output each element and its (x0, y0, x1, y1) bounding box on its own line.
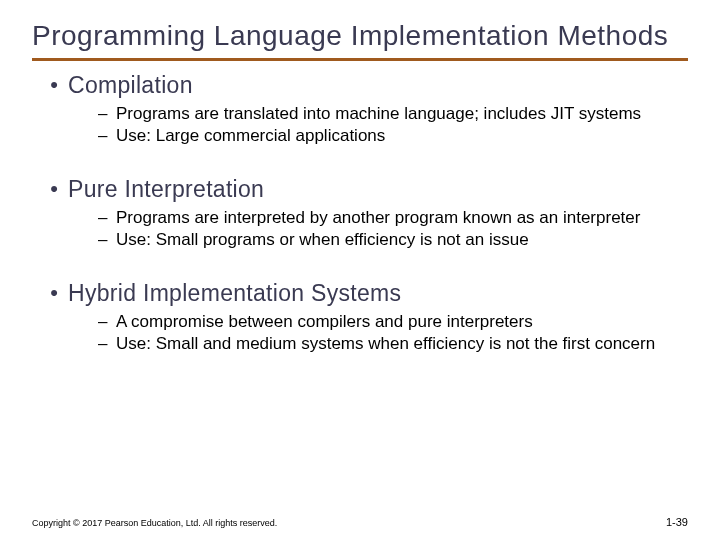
bullet-dot-icon: • (40, 71, 68, 99)
dash-icon: – (98, 125, 116, 147)
bullet-hybrid: • Hybrid Implementation Systems (40, 279, 688, 307)
slide-body: • Compilation – Programs are translated … (32, 71, 688, 355)
sub-bullet-text: Use: Large commercial applications (116, 125, 688, 147)
dash-icon: – (98, 311, 116, 333)
dash-icon: – (98, 229, 116, 251)
sub-bullet-text: Use: Small and medium systems when effic… (116, 333, 688, 355)
dash-icon: – (98, 207, 116, 229)
sub-bullet-text: Programs are interpreted by another prog… (116, 207, 688, 229)
sub-bullet-text: A compromise between compilers and pure … (116, 311, 688, 333)
bullet-dot-icon: • (40, 175, 68, 203)
sub-bullet: – Use: Small and medium systems when eff… (98, 333, 688, 355)
slide-title: Programming Language Implementation Meth… (32, 20, 688, 61)
sub-bullet: – Use: Large commercial applications (98, 125, 688, 147)
bullet-heading: Pure Interpretation (68, 175, 264, 203)
bullet-compilation: • Compilation (40, 71, 688, 99)
sub-bullets-pure-interpretation: – Programs are interpreted by another pr… (98, 207, 688, 251)
bullet-heading: Compilation (68, 71, 193, 99)
dash-icon: – (98, 103, 116, 125)
copyright-footer: Copyright © 2017 Pearson Education, Ltd.… (32, 518, 277, 528)
sub-bullet: – A compromise between compilers and pur… (98, 311, 688, 333)
bullet-dot-icon: • (40, 279, 68, 307)
slide: Programming Language Implementation Meth… (0, 0, 720, 540)
sub-bullet: – Use: Small programs or when efficiency… (98, 229, 688, 251)
bullet-heading: Hybrid Implementation Systems (68, 279, 401, 307)
sub-bullet-text: Use: Small programs or when efficiency i… (116, 229, 688, 251)
sub-bullet: – Programs are interpreted by another pr… (98, 207, 688, 229)
dash-icon: – (98, 333, 116, 355)
sub-bullet: – Programs are translated into machine l… (98, 103, 688, 125)
sub-bullets-compilation: – Programs are translated into machine l… (98, 103, 688, 147)
bullet-pure-interpretation: • Pure Interpretation (40, 175, 688, 203)
sub-bullet-text: Programs are translated into machine lan… (116, 103, 688, 125)
sub-bullets-hybrid: – A compromise between compilers and pur… (98, 311, 688, 355)
page-number: 1-39 (666, 516, 688, 528)
